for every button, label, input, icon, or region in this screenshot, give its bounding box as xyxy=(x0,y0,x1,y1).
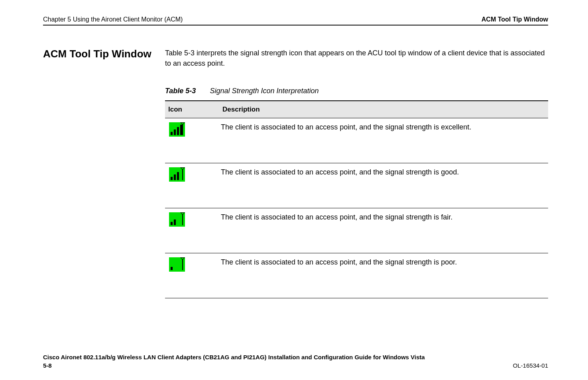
section-heading: ACM Tool Tip Window xyxy=(43,48,151,60)
table-caption-text: Signal Strength Icon Interpretation xyxy=(210,87,319,95)
table-caption-label: Table 5-3 xyxy=(165,87,196,95)
footer-doc-title: Cisco Aironet 802.11a/b/g Wireless LAN C… xyxy=(43,354,425,360)
desc-cell: The client is associated to an access po… xyxy=(221,212,548,249)
header-icon-col: Icon xyxy=(165,106,220,114)
footer-page-number: 5-8 xyxy=(43,362,425,369)
desc-cell: The client is associated to an access po… xyxy=(221,257,548,294)
footer-doc-id: OL-16534-01 xyxy=(513,362,548,369)
icon-cell xyxy=(165,257,221,294)
signal-2-bars-icon xyxy=(169,212,185,227)
table-row: The client is associated to an access po… xyxy=(165,208,548,253)
running-header: Chapter 5 Using the Aironet Client Monit… xyxy=(43,12,548,23)
icon-cell xyxy=(165,212,221,249)
signal-3-bars-icon xyxy=(169,167,185,182)
desc-cell: The client is associated to an access po… xyxy=(221,122,548,159)
table-row: The client is associated to an access po… xyxy=(165,118,548,163)
header-chapter: Chapter 5 Using the Aironet Client Monit… xyxy=(43,16,183,23)
footer: Cisco Aironet 802.11a/b/g Wireless LAN C… xyxy=(43,354,548,369)
icon-cell xyxy=(165,167,221,204)
table-row: The client is associated to an access po… xyxy=(165,253,548,298)
header-desc-col: Description xyxy=(220,106,548,114)
table-header-row: Icon Description xyxy=(165,101,548,118)
desc-cell: The client is associated to an access po… xyxy=(221,167,548,204)
table-caption: Table 5-3 Signal Strength Icon Interpret… xyxy=(165,87,319,95)
signal-4-bars-icon xyxy=(169,122,185,137)
intro-paragraph: Table 5-3 interprets the signal strength… xyxy=(165,48,548,69)
table-row: The client is associated to an access po… xyxy=(165,163,548,208)
signal-table: Icon Description The client is associate… xyxy=(165,100,548,298)
page: Chapter 5 Using the Aironet Client Monit… xyxy=(0,0,588,380)
header-rule xyxy=(43,25,548,25)
signal-1-bar-icon xyxy=(169,257,185,272)
header-section: ACM Tool Tip Window xyxy=(482,16,548,23)
icon-cell xyxy=(165,122,221,159)
